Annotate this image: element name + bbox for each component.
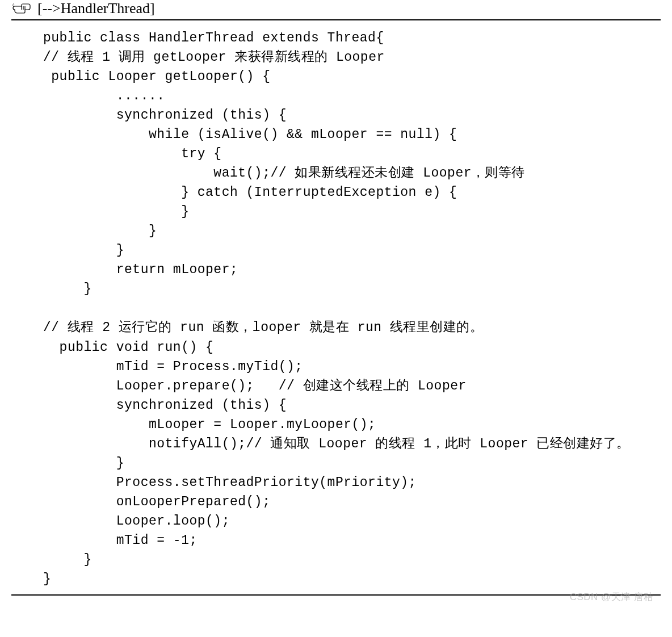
code-line: Process.setThreadPriority(mPriority); — [43, 475, 417, 490]
code-line: Looper.prepare(); // 创建这个线程上的 Looper — [43, 379, 467, 393]
code-line: // 线程 1 调用 getLooper 来获得新线程的 Looper — [43, 50, 385, 65]
pointing-hand-icon — [11, 2, 32, 15]
code-line: mTid = Process.myTid(); — [43, 359, 303, 374]
code-line: public Looper getLooper() { — [43, 69, 270, 84]
code-line: // 线程 2 运行它的 run 函数，looper 就是在 run 线程里创建… — [43, 320, 483, 335]
code-line: } — [43, 282, 92, 296]
section-header: [-->HandlerThread] — [11, 0, 661, 20]
code-line: mTid = -1; — [43, 533, 198, 548]
code-line: public void run() { — [43, 340, 213, 355]
code-line: } catch (InterruptedException e) { — [43, 185, 457, 200]
code-line: } — [43, 552, 92, 567]
section-title: [-->HandlerThread] — [37, 0, 155, 17]
watermark-text: CSDN @天津 唐秸 — [570, 590, 654, 604]
code-line: } — [43, 243, 124, 258]
code-line: try { — [43, 146, 222, 161]
code-line: synchronized (this) { — [43, 108, 287, 123]
code-line: Looper.loop(); — [43, 514, 230, 529]
code-line: ...... — [43, 89, 165, 103]
code-listing: public class HandlerThread extends Threa… — [11, 28, 661, 596]
code-line: notifyAll();// 通知取 Looper 的线程 1，此时 Loope… — [43, 437, 630, 451]
code-line: mLooper = Looper.myLooper(); — [43, 417, 376, 432]
code-line: public class HandlerThread extends Threa… — [43, 31, 384, 45]
code-line: } — [43, 456, 124, 471]
code-line: onLooperPrepared(); — [43, 494, 270, 509]
code-line: } — [43, 572, 51, 586]
code-line: return mLooper; — [43, 262, 238, 277]
code-line: } — [43, 204, 189, 219]
document-page: [-->HandlerThread] public class HandlerT… — [0, 0, 672, 607]
code-line: synchronized (this) { — [43, 398, 287, 413]
code-line: } — [43, 224, 157, 238]
code-line: while (isAlive() && mLooper == null) { — [43, 127, 457, 142]
code-line: wait();// 如果新线程还未创建 Looper，则等待 — [43, 166, 525, 181]
